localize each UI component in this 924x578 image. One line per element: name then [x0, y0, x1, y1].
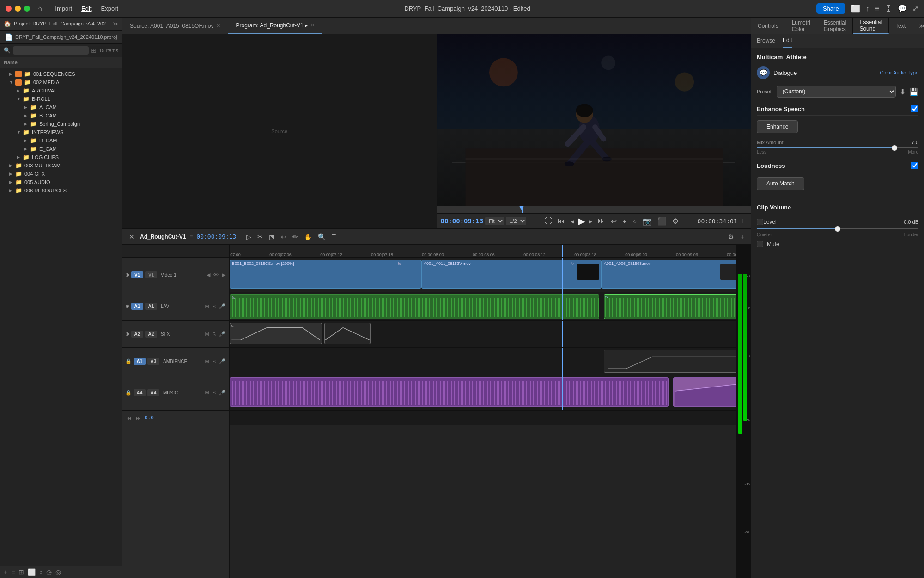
a1-s-button[interactable]: S — [212, 303, 217, 310]
overwrite-button[interactable]: ⬦ — [631, 216, 639, 226]
tree-item-interviews[interactable]: ▼ 📁 INTERVIEWS — [0, 128, 122, 136]
export-icon[interactable]: ↑ — [866, 5, 869, 13]
tree-item-b-cam[interactable]: ▶ 📁 B_CAM — [0, 111, 122, 120]
camera-button[interactable]: 📷 — [641, 216, 654, 227]
razor-tool[interactable]: ✂ — [255, 233, 265, 241]
level-slider[interactable] — [757, 228, 918, 229]
tree-item-006-resources[interactable]: ▶ 📁 006 RESOURCES — [0, 186, 122, 195]
a4-track[interactable]: ♪ ♪ — [230, 375, 736, 410]
a4-label[interactable]: A4 — [134, 389, 146, 396]
v1-track[interactable]: B001_B002_0815CS.mov [200%] fx A001_A011… — [230, 258, 736, 292]
source-tab-close[interactable]: ✕ — [216, 23, 220, 29]
v1-sync-icon[interactable]: ⊕ — [125, 272, 129, 278]
track-select-tool[interactable]: ▷ — [244, 233, 253, 241]
timeline-ruler[interactable]: 00:00:07:00 00:00:07:06 00:00:07:12 00:0… — [230, 245, 736, 258]
subtab-browse[interactable]: Browse — [757, 34, 775, 48]
maximize-button[interactable] — [24, 6, 30, 12]
metadata-icon[interactable]: ⬜ — [28, 568, 36, 576]
play-button[interactable]: ▶ — [578, 215, 585, 227]
loudness-checkbox[interactable] — [911, 162, 918, 169]
tab-controls[interactable]: Controls — [751, 18, 785, 34]
a3-clip-1[interactable]: fx — [604, 350, 736, 373]
tab-text[interactable]: Text — [889, 18, 912, 34]
a2-s-button[interactable]: S — [212, 331, 217, 338]
enhance-speech-checkbox[interactable] — [911, 105, 918, 112]
timeline-tracks[interactable]: 00:00:07:00 00:00:07:06 00:00:07:12 00:0… — [230, 245, 736, 578]
a3-s-button[interactable]: S — [212, 358, 217, 365]
tab-essential-sound[interactable]: Essential Sound — [853, 18, 889, 34]
a3-mic-button[interactable]: 🎤 — [218, 358, 226, 365]
tree-item-log-clips[interactable]: ▶ 📁 LOG CLIPS — [0, 153, 122, 161]
a2-m-button[interactable]: M — [204, 331, 210, 338]
a4-mic-button[interactable]: 🎤 — [218, 389, 226, 396]
timeline-bottom-btn2[interactable]: ⏭ — [135, 415, 142, 421]
timeline-menu-button[interactable]: ✕ — [127, 233, 136, 241]
search-input[interactable] — [13, 46, 89, 55]
sort-icon[interactable]: ↕ — [39, 568, 43, 576]
find-icon[interactable]: ◎ — [55, 568, 61, 576]
v1-label[interactable]: V1 — [131, 271, 143, 278]
tree-item-004-gfx[interactable]: ▶ 📁 004 GFX — [0, 170, 122, 178]
marker-in-button[interactable]: ⛶ — [543, 216, 554, 226]
a4-m-button[interactable]: M — [204, 389, 210, 396]
step-back-button[interactable]: ⏮ — [556, 216, 567, 226]
ratio-select[interactable]: 1/2 — [506, 217, 526, 225]
pen-tool[interactable]: ✏ — [291, 233, 300, 241]
frame-forward-button[interactable]: ▸ — [587, 216, 594, 227]
type-tool[interactable]: T — [330, 233, 338, 241]
a1-selected-clip[interactable]: fx — [604, 294, 736, 319]
tab-essential-graphics[interactable]: Essential Graphics — [817, 18, 853, 34]
grid-view-icon[interactable]: ⊞ — [91, 47, 97, 54]
program-tab-close[interactable]: ✕ — [310, 22, 315, 28]
v1-clip-3[interactable]: A001_A006_081593.mov — [602, 260, 736, 289]
a3-sync-icon[interactable]: 🔒 — [125, 358, 132, 364]
a3-m-button[interactable]: M — [204, 358, 210, 365]
tab-expand[interactable]: ≫ — [912, 18, 924, 34]
add-marker-button[interactable]: + — [739, 216, 747, 226]
sidebar-toggle-icon[interactable]: ⬜ — [851, 4, 860, 13]
tree-item-003-multicam[interactable]: ▶ 📁 003 MULTICAM — [0, 161, 122, 170]
v1-expand-button[interactable]: ▶ — [221, 271, 226, 278]
a3-label[interactable]: A1 — [134, 358, 146, 365]
level-checkbox[interactable] — [757, 219, 763, 225]
timeline-bottom-btn1[interactable]: ⏮ — [125, 415, 132, 421]
tree-item-005-audio[interactable]: ▶ 📁 005 AUDIO — [0, 178, 122, 186]
tree-item-001-sequences[interactable]: ▶ 📁 001 SEQUENCES — [0, 70, 122, 78]
preset-save-button[interactable]: 💾 — [909, 87, 918, 96]
settings-button[interactable]: ⚙ — [726, 233, 736, 241]
add-track-button[interactable]: + — [739, 233, 746, 241]
mix-amount-slider[interactable] — [757, 147, 918, 148]
mix-slider-thumb[interactable] — [892, 145, 897, 151]
hand-tool[interactable]: ✋ — [302, 233, 314, 241]
preset-select[interactable]: (Custom) — [777, 86, 896, 98]
a2-track[interactable]: fx — [230, 321, 736, 348]
tree-item-b-roll[interactable]: ▼ 📁 B-ROLL — [0, 95, 122, 103]
home-icon[interactable]: ⌂ — [37, 4, 42, 13]
fit-select[interactable]: Fit — [485, 217, 504, 225]
a3-track[interactable]: fx fx — [230, 348, 736, 375]
a2-label[interactable]: A2 — [131, 331, 143, 338]
v1-clip-1[interactable]: B001_B002_0815CS.mov [200%] fx — [230, 260, 421, 289]
auto-match-button[interactable]: Auto Match — [757, 177, 804, 190]
zoom-tool[interactable]: 🔍 — [316, 233, 328, 241]
level-slider-thumb[interactable] — [835, 226, 840, 232]
slip-tool[interactable]: ⇿ — [279, 233, 288, 241]
settings-button[interactable]: ⚙ — [670, 216, 681, 227]
v1-eye-button[interactable]: 👁 — [213, 271, 219, 278]
step-forward-button[interactable]: ⏭ — [596, 216, 607, 226]
tree-item-a-cam[interactable]: ▶ 📁 A_CAM — [0, 103, 122, 111]
clear-audio-type-button[interactable]: Clear Audio Type — [880, 70, 918, 75]
a2-clip-3[interactable] — [230, 323, 322, 344]
audio-icon[interactable]: 🎛 — [885, 5, 892, 13]
panels-icon[interactable]: ≡ — [875, 5, 879, 13]
program-tab[interactable]: Program: Ad_RoughCut-V1 ▸ ✕ — [228, 18, 322, 34]
mute-checkbox[interactable] — [757, 241, 763, 247]
a4-clip-2[interactable] — [673, 377, 736, 407]
collab-icon[interactable]: 💬 — [898, 4, 907, 13]
a2-clip-2[interactable] — [324, 323, 371, 344]
menu-item-import[interactable]: Import — [55, 5, 72, 12]
subtab-edit[interactable]: Edit — [783, 34, 792, 48]
a4-s-button[interactable]: S — [212, 389, 217, 396]
tab-lumetri[interactable]: Lumetri Color — [785, 18, 817, 34]
tree-item-e-cam[interactable]: ▶ 📁 E_CAM — [0, 145, 122, 153]
